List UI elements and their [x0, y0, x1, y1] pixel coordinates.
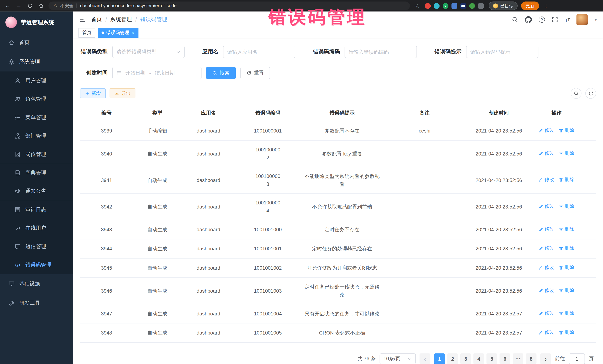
page-button-4[interactable]: 4	[473, 353, 484, 364]
extension-grid-icon[interactable]	[451, 3, 457, 9]
delete-link[interactable]: 删除	[559, 126, 574, 134]
breadcrumb-system[interactable]: 系统管理	[110, 16, 132, 23]
goto-page-input[interactable]	[569, 353, 585, 364]
home-icon[interactable]	[37, 2, 45, 10]
edit-link[interactable]: 修改	[539, 329, 554, 337]
cell-code: 100100000 4	[235, 194, 300, 220]
search-button[interactable]: 搜索	[206, 67, 236, 79]
sidebar-item-11[interactable]: 短信管理	[0, 237, 73, 256]
font-size-icon[interactable]: тT	[565, 17, 570, 22]
export-button[interactable]: 导出	[110, 88, 135, 99]
user-avatar[interactable]	[577, 14, 588, 25]
extension-onepass-icon[interactable]: on	[460, 3, 466, 9]
date-range-picker[interactable]: 开始日期 - 结束日期	[112, 67, 201, 79]
sidebar-item-10[interactable]: 在线用户	[0, 219, 73, 237]
reload-icon[interactable]	[26, 2, 34, 10]
bookmark-star-icon[interactable]: ☆	[415, 3, 420, 9]
edit-link[interactable]: 修改	[539, 309, 554, 318]
app-logo[interactable]: 芋道管理系统	[0, 11, 73, 33]
sidebar-item-0[interactable]: 首页	[0, 33, 73, 52]
page-size-select[interactable]: 10条/页	[380, 353, 416, 364]
sidebar-item-12[interactable]: 错误码管理	[0, 256, 73, 274]
delete-link[interactable]: 删除	[559, 176, 574, 184]
avatar-caret-icon[interactable]: ▾	[595, 17, 597, 22]
page-button-1[interactable]: 1	[434, 353, 445, 364]
sidebar-item-8[interactable]: 通知公告	[0, 182, 73, 200]
extension-v-badge-icon[interactable]: V	[442, 3, 448, 9]
cell-type: 自动生成	[133, 324, 181, 342]
table-row: 3948自动生成dashboard1001001005CRON 表达式不正确20…	[80, 323, 596, 343]
tab-close-icon[interactable]: ×	[132, 30, 135, 36]
delete-link[interactable]: 删除	[559, 287, 574, 295]
search-icon[interactable]	[512, 16, 518, 22]
cell-id: 3939	[80, 122, 133, 140]
edit-link[interactable]: 修改	[539, 126, 554, 134]
extension-leaf-icon[interactable]	[469, 3, 475, 9]
profile-avatar-icon	[493, 3, 498, 8]
edit-link[interactable]: 修改	[539, 264, 554, 272]
tab-1[interactable]: 错误码管理×	[98, 28, 139, 38]
book-icon	[15, 170, 21, 176]
sidebar-item-3[interactable]: 角色管理	[0, 90, 73, 108]
address-bar[interactable]: ⚠ 不安全 dashboard.yudao.iocoder.cn/system/…	[48, 1, 410, 10]
page-button-8[interactable]: 8	[526, 353, 536, 364]
sidebar-item-13[interactable]: 基础设施	[0, 274, 73, 294]
sidebar-item-1[interactable]: 系统管理	[0, 52, 73, 72]
delete-link[interactable]: 删除	[559, 264, 574, 272]
delete-link[interactable]: 删除	[559, 225, 574, 233]
edit-link[interactable]: 修改	[539, 225, 554, 233]
sidebar-item-9[interactable]: 审计日志	[0, 200, 73, 219]
delete-link[interactable]: 删除	[559, 202, 574, 210]
help-icon[interactable]: ?	[539, 16, 545, 22]
page-ellipsis-button[interactable]: •••	[513, 353, 523, 364]
sidebar-item-7[interactable]: 字典管理	[0, 164, 73, 182]
error-type-select[interactable]: 请选择错误码类型	[112, 46, 185, 58]
breadcrumb-home[interactable]: 首页	[91, 16, 102, 23]
sidebar-item-2[interactable]: 用户管理	[0, 72, 73, 90]
back-icon[interactable]: ←	[4, 2, 12, 10]
edit-link[interactable]: 修改	[539, 202, 554, 210]
prev-page-button[interactable]: ‹	[419, 353, 430, 364]
collapse-sidebar-icon[interactable]	[79, 16, 86, 23]
edit-link[interactable]: 修改	[539, 176, 554, 184]
extension-record-icon[interactable]	[425, 3, 430, 9]
table-row: 3947自动生成dashboard1001001004只有开启状态的任务，才可以…	[80, 304, 596, 324]
cell-id: 3943	[80, 221, 133, 239]
page-button-2[interactable]: 2	[447, 353, 458, 364]
column-header-3: 错误码编码	[235, 105, 300, 121]
delete-link[interactable]: 删除	[559, 309, 574, 318]
delete-link[interactable]: 删除	[559, 329, 574, 337]
forward-icon[interactable]: →	[15, 2, 23, 10]
page-button-5[interactable]: 5	[487, 353, 497, 364]
cell-created: 2021-04-20 23:52:56	[465, 221, 532, 239]
extension-drop-icon[interactable]	[434, 3, 439, 9]
sidebar-item-6[interactable]: 岗位管理	[0, 145, 73, 164]
edit-link[interactable]: 修改	[539, 287, 554, 295]
update-button[interactable]: 更新	[521, 1, 539, 10]
fullscreen-icon[interactable]	[552, 16, 558, 22]
toggle-search-button[interactable]	[571, 88, 581, 99]
app-name-input[interactable]	[223, 46, 295, 58]
error-hint-input[interactable]	[466, 46, 538, 58]
reset-button[interactable]: 重置	[240, 67, 270, 79]
error-code-input[interactable]	[345, 46, 417, 58]
edit-link[interactable]: 修改	[539, 149, 554, 157]
page-button-6[interactable]: 6	[499, 353, 510, 364]
page-button-3[interactable]: 3	[460, 353, 471, 364]
extension-puzzle-icon[interactable]	[478, 3, 484, 9]
github-icon[interactable]	[525, 16, 532, 23]
delete-link[interactable]: 删除	[559, 149, 574, 157]
browser-chrome: ← → ⚠ 不安全 dashboard.yudao.iocoder.cn/sys…	[0, 0, 603, 11]
refresh-table-button[interactable]	[585, 88, 596, 99]
sidebar-item-4[interactable]: 菜单管理	[0, 109, 73, 127]
cell-actions: 修改删除	[532, 144, 581, 163]
sidebar-item-14[interactable]: 研发工具	[0, 294, 73, 313]
add-button[interactable]: 新增	[80, 88, 106, 99]
tab-0[interactable]: 首页	[79, 28, 95, 38]
edit-link[interactable]: 修改	[539, 244, 554, 253]
browser-menu-icon[interactable]: ⋮	[543, 3, 550, 9]
profile-chip[interactable]: 已暂停	[488, 1, 517, 10]
next-page-button[interactable]: ›	[540, 353, 551, 364]
sidebar-item-5[interactable]: 部门管理	[0, 127, 73, 145]
delete-link[interactable]: 删除	[559, 244, 574, 253]
